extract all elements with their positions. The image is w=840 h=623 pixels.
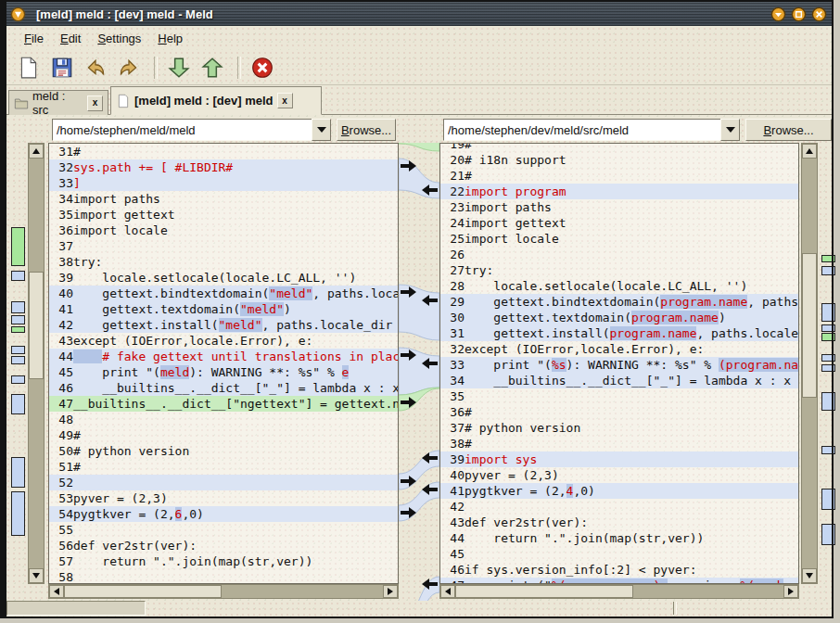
tab-close-button[interactable]: x <box>87 95 103 111</box>
left-pane-vertical-scrollbar[interactable] <box>28 143 45 584</box>
tab-label: meld : src <box>32 89 83 117</box>
down-arrow-icon <box>167 56 191 80</box>
minimize-button[interactable] <box>770 6 786 22</box>
diff-map-block-blue[interactable] <box>11 346 25 354</box>
code-line: 38# <box>440 436 798 451</box>
diff-map-block-blue[interactable] <box>11 491 25 536</box>
tab-close-button[interactable]: x <box>277 93 293 108</box>
line-number: 39 <box>440 451 465 467</box>
line-number: 29 <box>440 294 465 310</box>
code-segment: , paths.locale <box>696 326 798 340</box>
scroll-up-button[interactable] <box>29 144 44 159</box>
code-line: 35 <box>440 388 798 404</box>
line-number: 19 <box>440 143 465 152</box>
undo-button[interactable] <box>81 54 110 82</box>
maximize-button[interactable] <box>791 6 807 22</box>
right-code-pane[interactable]: 19#20# i18n support21#22import program23… <box>439 143 799 584</box>
line-number: 50 <box>49 443 73 459</box>
right-pane-vertical-scrollbar[interactable] <box>801 143 818 584</box>
window-border-right <box>832 0 834 618</box>
code-text: import program <box>465 184 566 199</box>
linkmap <box>399 143 439 601</box>
scroll-down-button[interactable] <box>802 568 817 583</box>
code-segment: # python version <box>73 444 189 458</box>
code-segment: __builtins__.__dict__["ngettext"] = gett… <box>73 397 399 411</box>
scroll-left-button[interactable] <box>440 585 455 598</box>
line-number: 56 <box>49 538 73 553</box>
menu-item-edit[interactable]: Edit <box>52 29 89 48</box>
code-segment: pygtkver = (2, <box>465 484 566 498</box>
code-line: 55 <box>49 522 398 538</box>
chevron-down-icon <box>726 127 735 133</box>
diff-map-block-blue[interactable] <box>11 315 25 324</box>
left-pane-horizontal-scrollbar[interactable] <box>48 584 399 599</box>
menu-item-file[interactable]: File <box>16 29 52 48</box>
window-border-bottom <box>0 617 834 618</box>
line-number: 20 <box>440 152 465 168</box>
scroll-right-button[interactable] <box>383 585 398 598</box>
code-segment: , paths <box>747 295 798 309</box>
line-number: 40 <box>440 467 465 483</box>
diff-map-block-blue[interactable] <box>11 271 25 281</box>
scrollbar-thumb[interactable] <box>455 585 633 598</box>
stop-icon <box>250 56 274 80</box>
right-pane-horizontal-scrollbar[interactable] <box>439 584 799 599</box>
code-segment: pyver = (2,3) <box>465 468 559 482</box>
close-button[interactable] <box>811 6 827 22</box>
scroll-down-button[interactable] <box>29 568 44 583</box>
code-line: 45 <box>440 546 798 562</box>
line-number: 33 <box>440 357 465 373</box>
diff-map-block-green[interactable] <box>11 227 25 266</box>
line-number: 57 <box>49 553 73 569</box>
diff-map-block-blue[interactable] <box>11 457 25 488</box>
right-browse-button[interactable]: Browse... <box>745 119 832 141</box>
code-segment: # python version <box>465 421 580 435</box>
new-button[interactable] <box>14 54 44 82</box>
left-path-combo-button[interactable] <box>312 119 331 141</box>
diff-map-block-blue[interactable] <box>11 394 25 414</box>
code-line: 37# python version <box>440 420 798 436</box>
left-path-input[interactable] <box>52 119 312 141</box>
code-line: 50# python version <box>49 443 398 459</box>
right-diff-map[interactable] <box>820 143 837 584</box>
code-text: gettext.install(program.name, paths.loca… <box>465 325 798 341</box>
scroll-left-button[interactable] <box>49 585 64 598</box>
diff-map-block-blue[interactable] <box>11 356 25 364</box>
prev-diff-button[interactable] <box>197 54 227 82</box>
code-text: # <box>73 459 81 475</box>
code-segment: pyver = (2,3) <box>73 491 168 505</box>
tab-meld-src[interactable]: meld : src x <box>8 90 108 115</box>
left-diff-map[interactable] <box>9 143 27 584</box>
scroll-up-button[interactable] <box>802 144 817 159</box>
line-number: 47 <box>49 396 73 412</box>
code-text: __builtins__.__dict__["ngettext"] = gett… <box>73 396 399 412</box>
left-browse-button[interactable]: Browse... <box>337 119 396 141</box>
scrollbar-thumb[interactable] <box>64 585 222 598</box>
scrollbar-thumb[interactable] <box>802 253 817 398</box>
code-segment: gettext.install( <box>73 318 219 332</box>
line-number: 43 <box>440 515 465 530</box>
save-button[interactable] <box>47 54 77 82</box>
code-line: 32except (IOError,locale.Error), e: <box>440 341 798 357</box>
diff-map-block-blue[interactable] <box>11 375 25 384</box>
redo-button[interactable] <box>114 54 144 82</box>
right-path-combo-button[interactable] <box>720 119 740 141</box>
diff-map-block-blue[interactable] <box>11 301 25 313</box>
titlebar[interactable]: [meld] meld : [dev] meld - Meld <box>6 2 832 26</box>
line-number: 37 <box>440 420 465 436</box>
next-diff-button[interactable] <box>164 54 194 82</box>
menu-item-settings[interactable]: Settings <box>89 29 149 48</box>
line-number: 27 <box>440 262 465 278</box>
scroll-right-button[interactable] <box>783 585 798 598</box>
left-code-pane[interactable]: 31#32sys.path += [ #LIBDIR#33]34import p… <box>48 143 399 584</box>
statusbar-panel <box>6 601 146 616</box>
statusbar <box>6 601 832 616</box>
scrollbar-thumb[interactable] <box>29 272 44 379</box>
right-path-input[interactable] <box>443 119 721 141</box>
diff-map-block-green[interactable] <box>11 326 25 333</box>
tab-meld-dev-meld[interactable]: [meld] meld : [dev] meld x <box>110 86 322 115</box>
code-segment: # <box>465 437 472 451</box>
stop-button[interactable] <box>248 54 277 82</box>
line-number: 58 <box>49 569 73 584</box>
menu-item-help[interactable]: Help <box>149 29 191 48</box>
